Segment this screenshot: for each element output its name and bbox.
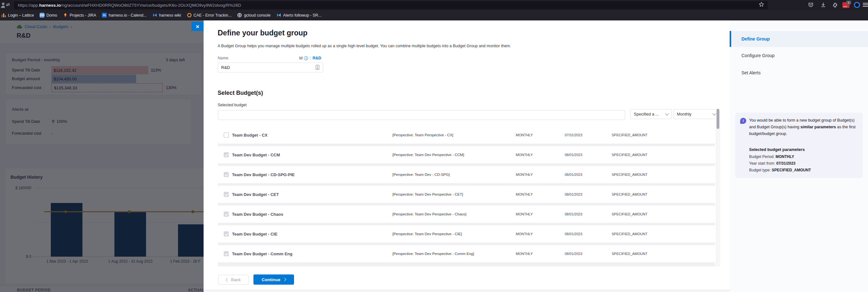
budget-type: SPECIFIED_AMOUNT	[612, 153, 648, 157]
bookmark-item[interactable]: 31harness.io - Calend...	[102, 13, 147, 17]
budget-period-dropdown[interactable]: Monthly	[673, 109, 719, 119]
name-input[interactable]	[218, 63, 323, 72]
extensions-icon[interactable]	[832, 2, 838, 8]
profile-icon[interactable]	[0, 2, 5, 8]
browser-url-bar: ⇄ https://app.harness.io/ng/account/wFHX…	[0, 0, 868, 10]
budget-row[interactable]: Team Dev Budget - CCM [Perspective: Team…	[218, 146, 715, 163]
step-set-alerts[interactable]: Set Alerts	[741, 70, 761, 75]
menu-icon[interactable]	[863, 3, 868, 8]
chevron-down-icon	[665, 112, 669, 115]
bookmark-item[interactable]: Projects - JIRA	[63, 13, 96, 17]
budget-row[interactable]: Team Dev Budget - CET [Perspective: Team…	[218, 186, 715, 203]
checkbox[interactable]	[224, 172, 229, 177]
favicon-error-tracking	[187, 13, 192, 17]
checkbox[interactable]	[224, 133, 229, 138]
budget-period: MONTHLY	[516, 173, 533, 177]
budget-name: Team Dev Budget - CD-SPG-PIE	[232, 172, 294, 177]
info-params-title: Selected budget parameters	[749, 147, 805, 152]
favicon-alerts	[276, 13, 281, 17]
bookmark-item[interactable]: CAE - Error Trackin...	[187, 13, 232, 17]
id-row: Id i : R&D	[299, 56, 321, 60]
account-avatar-icon[interactable]	[854, 2, 860, 8]
bookmark-star-icon[interactable]	[759, 2, 764, 7]
budget-perspective: [Perspective: Team Dev Perspective - CIE…	[393, 232, 462, 236]
param-year-start: Year start from: 07/31/2023	[749, 161, 796, 166]
budget-start-date: 08/01/2023	[565, 212, 582, 216]
info-icon[interactable]: i	[304, 56, 308, 60]
budget-type: SPECIFIED_AMOUNT	[612, 133, 648, 137]
pocket-icon[interactable]	[808, 2, 814, 8]
budget-period: MONTHLY	[516, 133, 533, 137]
param-budget-period: Budget Period: MONTHLY	[749, 154, 794, 159]
info-box: i You would be able to form a new budget…	[735, 113, 863, 178]
budget-start-date: 08/01/2023	[565, 192, 582, 196]
chevron-right-icon	[283, 278, 286, 281]
budget-start-date: 08/01/2023	[565, 232, 582, 236]
url-text: https://app.harness.io/ng/account/wFHXHD…	[18, 3, 241, 8]
address-bar[interactable]: https://app.harness.io/ng/account/wFHXHD…	[14, 1, 768, 9]
budget-row[interactable]: Team Dev Budget - Chaos [Perspective: Te…	[218, 206, 715, 223]
budget-perspective: [Perspective: Team Dev Perspective - CCM…	[393, 153, 464, 157]
budget-period: MONTHLY	[516, 252, 533, 256]
budget-perspective: [Perspective: Team Dev Perspective - Cha…	[393, 212, 466, 216]
budget-group-modal: Define your budget group A Budget Group …	[204, 21, 868, 292]
checkbox[interactable]	[224, 231, 229, 236]
step-configure-group[interactable]: Configure Group	[741, 53, 775, 58]
budget-name: Team Dev Budget - CCM	[232, 152, 280, 157]
id-label: Id	[299, 56, 302, 60]
checkbox[interactable]	[224, 192, 229, 197]
select-budgets-title: Select Budget(s)	[218, 90, 263, 96]
checkbox[interactable]	[224, 251, 229, 256]
continue-button[interactable]: Continue	[253, 275, 294, 285]
id-separator: :	[310, 56, 311, 60]
modal-subtitle: A Budget Group helps you manage multiple…	[218, 44, 511, 48]
budget-type-dropdown[interactable]: Specified a ...	[630, 109, 672, 119]
back-button[interactable]: Back	[218, 275, 249, 285]
favicon-gcloud	[237, 13, 242, 17]
budget-search-input[interactable]	[218, 110, 625, 120]
budget-name: Team Dev Budget - CIE	[232, 232, 277, 236]
scrollbar-thumb[interactable]	[716, 109, 719, 129]
info-text: You would be able to form a new budget g…	[749, 117, 856, 137]
budget-row[interactable]: Team Budget - CX [Perspective: Team Pers…	[218, 127, 715, 144]
translate-icon[interactable]: ⇄	[6, 2, 10, 7]
budget-name: Team Dev Budget - CET	[232, 192, 279, 197]
bookmark-item[interactable]: Alerts followup - SR...	[276, 13, 321, 17]
budget-period: MONTHLY	[516, 232, 533, 236]
bookmark-item[interactable]: harness wiki	[152, 13, 181, 17]
budget-type: SPECIFIED_AMOUNT	[612, 252, 648, 256]
checkbox[interactable]	[224, 212, 229, 217]
budget-start-date: 07/31/2023	[565, 133, 582, 137]
bookmark-item[interactable]: gcloud console	[237, 13, 270, 17]
wizard-sidebar: Define Group Configure Group Set Alerts …	[730, 21, 868, 292]
bookmark-item[interactable]: Login – Lattice	[1, 13, 34, 17]
budget-start-date: 08/01/2023	[565, 153, 582, 157]
id-card-icon	[315, 65, 319, 70]
budget-row[interactable]: Team Dev Budget - Comm Eng [Perspective:…	[218, 245, 715, 262]
budget-period: MONTHLY	[516, 153, 533, 157]
budget-type: SPECIFIED_AMOUNT	[612, 192, 648, 196]
list-scrollbar[interactable]	[716, 127, 720, 266]
favicon-jira	[63, 13, 68, 17]
budget-list: Team Budget - CX [Perspective: Team Pers…	[218, 127, 715, 266]
step-define-group[interactable]: Define Group	[730, 31, 868, 47]
budget-row[interactable]: Team Dev Budget - CD-SPG-PIE [Perspectiv…	[218, 166, 715, 183]
bookmarks-bar: Login – Lattice DOMODomo Projects - JIRA…	[0, 10, 868, 21]
screen: ⇄ https://app.harness.io/ng/account/wFHX…	[0, 0, 868, 292]
password-manager-badge: 1	[846, 1, 851, 4]
name-label: Name	[218, 56, 228, 60]
budget-period: MONTHLY	[516, 192, 533, 196]
info-bubble-icon: i	[740, 118, 746, 124]
chevron-down-icon	[712, 112, 716, 115]
budget-name: Team Dev Budget - Comm Eng	[232, 252, 292, 256]
param-budget-type: Budget type: SPECIFIED_AMOUNT	[749, 168, 811, 172]
bookmark-item[interactable]: DOMODomo	[40, 13, 57, 17]
chevron-left-icon	[226, 278, 229, 282]
close-icon[interactable]: ✕	[191, 22, 204, 31]
budget-name: Team Budget - CX	[232, 133, 268, 138]
budget-start-date: 08/01/2023	[565, 173, 582, 177]
budget-row[interactable]: Team Dev Budget - CIE [Perspective: Team…	[218, 225, 715, 243]
checkbox[interactable]	[224, 152, 229, 157]
download-icon[interactable]	[820, 2, 826, 8]
dots: •••	[843, 5, 847, 8]
